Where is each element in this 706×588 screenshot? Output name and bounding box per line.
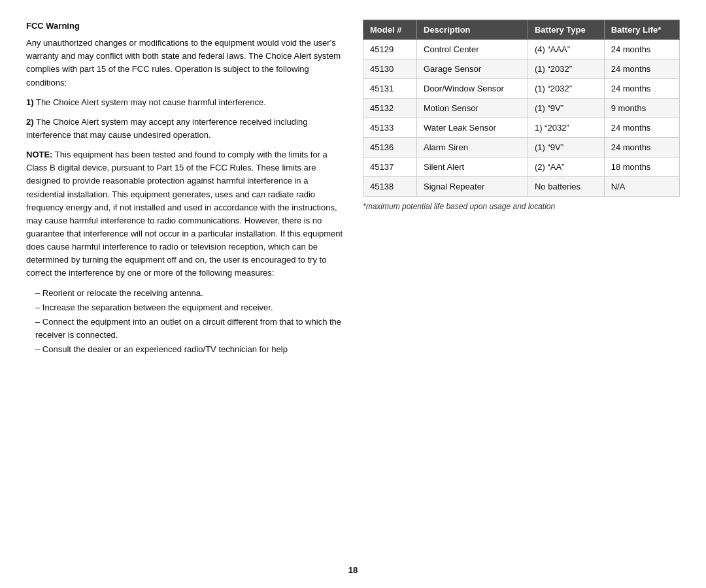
table-row: 45130Garage Sensor(1) “2032”24 months (363, 59, 680, 79)
cell-battery-life: 24 months (604, 138, 679, 157)
cell-description: Water Leak Sensor (417, 118, 528, 138)
note-text: This equipment has been tested and found… (26, 150, 343, 278)
cell-description: Silent Alert (417, 157, 528, 177)
point1: 1) The Choice Alert system may not cause… (26, 96, 343, 109)
cell-battery-life: 18 months (604, 157, 679, 177)
header-model: Model # (363, 20, 417, 40)
cell-battery-type: 1) “2032” (528, 118, 604, 138)
cell-model: 45132 (363, 99, 417, 118)
cell-battery-type: (1) “9V” (528, 138, 604, 157)
note-label: NOTE: (26, 150, 52, 159)
cell-model: 45137 (363, 157, 417, 177)
table-body: 45129Control Center(4) “AAA”24 months451… (363, 40, 680, 197)
paragraph1: Any unauthorized changes or modification… (26, 37, 343, 90)
note-paragraph: NOTE: This equipment has been tested and… (26, 148, 343, 280)
table-row: 45137Silent Alert(2) “AA”18 months (363, 157, 680, 177)
cell-description: Door/Window Sensor (417, 79, 528, 99)
cell-description: Alarm Siren (417, 138, 528, 157)
cell-battery-life: 24 months (604, 40, 679, 59)
header-battery-life: Battery Life* (604, 20, 679, 40)
list-item: Connect the equipment into an outlet on … (33, 316, 343, 342)
cell-model: 45133 (363, 118, 417, 138)
cell-description: Control Center (417, 40, 528, 59)
cell-battery-type: (2) “AA” (528, 157, 604, 177)
bullet-list: Reorient or relocate the receiving anten… (26, 287, 343, 357)
cell-model: 45129 (363, 40, 417, 59)
cell-model: 45136 (363, 138, 417, 157)
cell-battery-type: (1) “2032” (528, 79, 604, 99)
table-row: 45138Signal RepeaterNo batteriesN/A (363, 177, 680, 197)
cell-battery-life: 24 months (604, 118, 679, 138)
point2-label: 2) (26, 117, 34, 127)
cell-battery-type: (1) “9V” (528, 99, 604, 118)
list-item: Increase the separation between the equi… (33, 301, 343, 314)
table-row: 45136Alarm Siren(1) “9V”24 months (363, 138, 680, 157)
header-battery-type: Battery Type (528, 20, 604, 40)
cell-battery-life: 24 months (604, 59, 679, 79)
page-container: FCC Warning Any unauthorized changes or … (0, 0, 706, 559)
page-number: 18 (0, 559, 706, 588)
fcc-title: FCC Warning (26, 20, 343, 33)
cell-description: Motion Sensor (417, 99, 528, 118)
cell-battery-type: (4) “AAA” (528, 40, 604, 59)
right-column: Model # Description Battery Type Battery… (363, 20, 680, 539)
point1-text: The Choice Alert system may not cause ha… (36, 97, 266, 107)
header-description: Description (417, 20, 528, 40)
cell-battery-life: 9 months (604, 99, 679, 118)
point2: 2) The Choice Alert system may accept an… (26, 116, 343, 142)
table-row: 45129Control Center(4) “AAA”24 months (363, 40, 680, 59)
battery-table: Model # Description Battery Type Battery… (363, 20, 680, 197)
cell-model: 45130 (363, 59, 417, 79)
left-column: FCC Warning Any unauthorized changes or … (26, 20, 343, 539)
cell-battery-life: 24 months (604, 79, 679, 99)
table-header-row: Model # Description Battery Type Battery… (363, 20, 680, 40)
cell-battery-type: No batteries (528, 177, 604, 197)
cell-battery-type: (1) “2032” (528, 59, 604, 79)
cell-description: Garage Sensor (417, 59, 528, 79)
table-row: 45132Motion Sensor(1) “9V”9 months (363, 99, 680, 118)
cell-model: 45138 (363, 177, 417, 197)
point2-text: The Choice Alert system may accept any i… (26, 117, 307, 140)
table-row: 45133Water Leak Sensor1) “2032”24 months (363, 118, 680, 138)
list-item: Consult the dealer or an experienced rad… (33, 343, 343, 356)
cell-description: Signal Repeater (417, 177, 528, 197)
list-item: Reorient or relocate the receiving anten… (33, 287, 343, 300)
table-row: 45131Door/Window Sensor(1) “2032”24 mont… (363, 79, 680, 99)
point1-label: 1) (26, 97, 34, 107)
table-footnote: *maximum potential life based upon usage… (363, 202, 680, 211)
cell-battery-life: N/A (604, 177, 679, 197)
cell-model: 45131 (363, 79, 417, 99)
